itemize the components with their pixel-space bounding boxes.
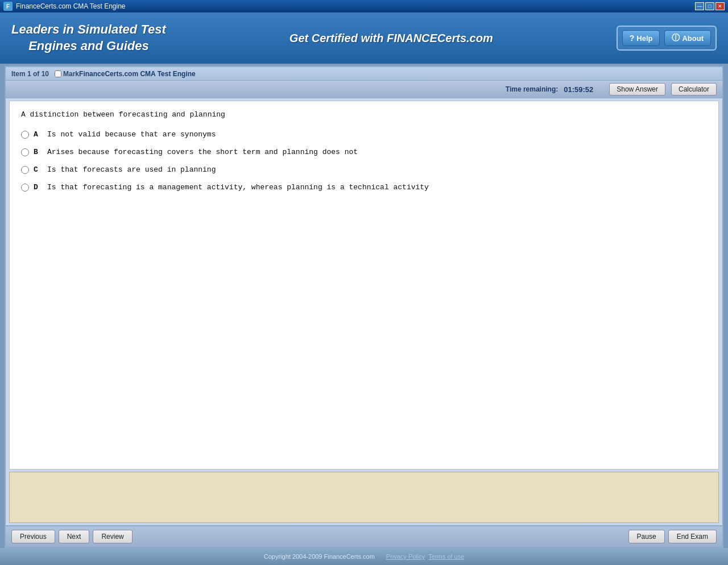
question-text: A distinction between forecasting and pl… (21, 110, 707, 119)
previous-button[interactable]: Previous (11, 530, 55, 543)
inner-panel: Item 1 of 10 Mark FinanceCerts.com CMA T… (5, 66, 723, 548)
app-title: FinanceCerts.com CMA Test Engine (16, 2, 126, 10)
close-button[interactable]: ✕ (715, 2, 725, 10)
app-logo: Leaders in Simulated Test Engines and Gu… (11, 22, 166, 54)
minimize-button[interactable]: — (695, 2, 704, 10)
header-button-group: ? Help ⓘ About (617, 26, 717, 51)
logo-line1: Leaders in Simulated Test (11, 22, 166, 38)
mark-label: Mark (63, 70, 79, 78)
title-bar: F FinanceCerts.com CMA Test Engine — □ ✕ (0, 0, 728, 13)
item-number: Item 1 of 10 (11, 70, 49, 78)
review-button[interactable]: Review (93, 530, 132, 543)
header: Leaders in Simulated Test Engines and Gu… (0, 13, 728, 64)
options-list: A Is not valid because that are synonyms… (21, 130, 707, 192)
list-item: A Is not valid because that are synonyms (21, 130, 707, 139)
footer: Previous Next Review Pause End Exam (6, 525, 722, 547)
show-answer-button[interactable]: Show Answer (609, 83, 665, 95)
item-bar: Item 1 of 10 Mark FinanceCerts.com CMA T… (6, 67, 722, 81)
window-controls[interactable]: — □ ✕ (695, 2, 725, 10)
option-radio-b[interactable] (21, 148, 29, 156)
next-button[interactable]: Next (59, 530, 90, 543)
copyright-links: Privacy Policy Terms of use (386, 553, 464, 560)
option-text-a: Is not valid because that are synonyms (47, 130, 216, 139)
help-label: Help (636, 34, 652, 43)
about-label: About (682, 34, 704, 43)
about-icon: ⓘ (672, 33, 680, 43)
mark-checkbox[interactable] (55, 70, 61, 77)
option-radio-a[interactable] (21, 131, 29, 139)
timer-value: 01:59:52 (564, 85, 603, 94)
option-label-b: B (34, 148, 43, 156)
footer-left-buttons: Previous Next Review (11, 530, 133, 543)
option-text-d: Is that forecasting is a management acti… (47, 183, 429, 192)
option-label-c: C (34, 165, 43, 174)
option-text-c: Is that forecasts are used in planning (47, 165, 216, 174)
calculator-button[interactable]: Calculator (671, 83, 717, 95)
center-title: FinanceCerts.com CMA Test Engine (79, 70, 196, 78)
copyright-text: Copyright 2004-2009 FinanceCerts.com (264, 553, 375, 560)
header-tagline: Get Certified with FINANCECerts.com (289, 32, 493, 45)
option-label-a: A (34, 130, 43, 139)
option-radio-c[interactable] (21, 166, 29, 174)
title-bar-left: F FinanceCerts.com CMA Test Engine (3, 2, 126, 11)
logo-line2: Engines and Guides (11, 38, 166, 55)
time-remaining-label: Time remaining: (506, 85, 558, 93)
help-button[interactable]: ? Help (622, 30, 660, 46)
end-exam-button[interactable]: End Exam (668, 530, 717, 543)
option-radio-d[interactable] (21, 184, 29, 192)
footer-right-buttons: Pause End Exam (628, 530, 717, 543)
terms-of-use-link[interactable]: Terms of use (428, 553, 464, 560)
copyright-bar: Copyright 2004-2009 FinanceCerts.com Pri… (0, 548, 728, 565)
pause-button[interactable]: Pause (628, 530, 665, 543)
about-button[interactable]: ⓘ About (664, 30, 711, 46)
maximize-button[interactable]: □ (705, 2, 714, 10)
list-item: B Arises because forecasting covers the … (21, 148, 707, 156)
timer-bar: Time remaining: 01:59:52 Show Answer Cal… (6, 81, 722, 98)
mark-checkbox-group[interactable]: Mark (55, 70, 79, 78)
list-item: D Is that forecasting is a management ac… (21, 183, 707, 192)
item-info: Item 1 of 10 Mark (11, 70, 79, 78)
option-text-b: Arises because forecasting covers the sh… (47, 148, 358, 156)
question-area: A distinction between forecasting and pl… (9, 101, 719, 470)
option-label-d: D (34, 183, 43, 192)
list-item: C Is that forecasts are used in planning (21, 165, 707, 174)
help-icon: ? (630, 34, 635, 43)
app-icon: F (3, 2, 13, 11)
answer-area (9, 472, 719, 523)
privacy-policy-link[interactable]: Privacy Policy (386, 553, 425, 560)
